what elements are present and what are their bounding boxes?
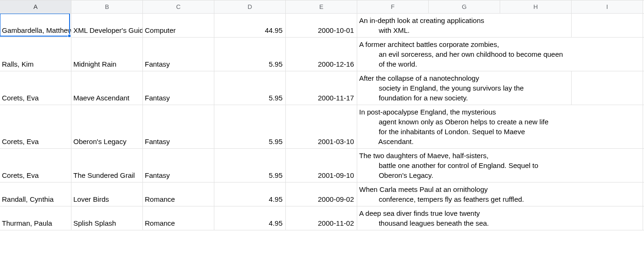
cell-title[interactable]: Maeve Ascendant [71, 71, 143, 105]
column-header-g[interactable]: G [429, 0, 500, 13]
cell-genre[interactable]: Romance [143, 206, 214, 230]
cell-empty[interactable] [500, 14, 572, 37]
cell-desc[interactable]: A former architect battles corporate zom… [357, 38, 429, 71]
cell-date[interactable]: 2000-10-01 [286, 14, 357, 37]
column-header-b[interactable]: B [71, 0, 143, 13]
cell-empty[interactable] [572, 206, 643, 230]
cell-desc[interactable]: In post-apocalypse England, the mysterio… [357, 105, 429, 148]
cell-price[interactable]: 4.95 [214, 183, 286, 206]
cell-author[interactable]: Corets, Eva [0, 149, 71, 182]
column-header-f[interactable]: F [357, 0, 429, 13]
cell-empty[interactable] [572, 149, 643, 182]
spreadsheet[interactable]: A B C D E F G H I Gambardella, Matthew X… [0, 0, 644, 259]
cell-title[interactable]: Lover Birds [71, 183, 143, 206]
cell-date[interactable]: 2001-03-10 [286, 105, 357, 148]
cell-author[interactable]: Corets, Eva [0, 71, 71, 105]
cell-desc[interactable]: When Carla meets Paul at an ornithology … [357, 183, 429, 206]
cell-author[interactable]: Gambardella, Matthew [0, 14, 71, 37]
table-row: Corets, Eva Maeve Ascendant Fantasy 5.95… [0, 71, 644, 105]
cell-author[interactable]: Ralls, Kim [0, 38, 71, 71]
cell-price[interactable]: 44.95 [214, 14, 286, 37]
cell-empty[interactable] [572, 14, 643, 37]
cell-date[interactable]: 2000-09-02 [286, 183, 357, 206]
column-header-h[interactable]: H [500, 0, 572, 13]
cell-empty[interactable] [572, 105, 643, 148]
cell-genre[interactable]: Romance [143, 183, 214, 206]
cell-date[interactable]: 2000-12-16 [286, 38, 357, 71]
column-header-a[interactable]: A [0, 0, 71, 13]
cell-author[interactable]: Randall, Cynthia [0, 183, 71, 206]
cell-title[interactable]: Splish Splash [71, 206, 143, 230]
column-header-c[interactable]: C [143, 0, 214, 13]
cell-empty[interactable] [572, 71, 643, 105]
cell-genre[interactable]: Computer [143, 14, 214, 37]
cell-empty[interactable] [572, 38, 643, 71]
cell-genre[interactable]: Fantasy [143, 38, 214, 71]
cell-genre[interactable]: Fantasy [143, 71, 214, 105]
column-header-row: A B C D E F G H I [0, 0, 644, 14]
cell-genre[interactable]: Fantasy [143, 105, 214, 148]
cell-price[interactable]: 5.95 [214, 38, 286, 71]
table-row: Corets, Eva The Sundered Grail Fantasy 5… [0, 149, 644, 183]
cell-date[interactable]: 2000-11-02 [286, 206, 357, 230]
column-header-i[interactable]: I [572, 0, 643, 13]
cell-price[interactable]: 5.95 [214, 105, 286, 148]
cell-title[interactable]: XML Developer's Guide [71, 14, 143, 37]
cell-empty[interactable] [572, 183, 643, 206]
cell-title[interactable]: Oberon's Legacy [71, 105, 143, 148]
table-row: Ralls, Kim Midnight Rain Fantasy 5.95 20… [0, 38, 644, 71]
cell-author[interactable]: Corets, Eva [0, 105, 71, 148]
table-row: Corets, Eva Oberon's Legacy Fantasy 5.95… [0, 105, 644, 149]
column-header-d[interactable]: D [214, 0, 286, 13]
cell-price[interactable]: 5.95 [214, 71, 286, 105]
cell-desc[interactable]: After the collapse of a nanotechnology s… [357, 71, 429, 105]
cell-date[interactable]: 2000-11-17 [286, 71, 357, 105]
cell-author[interactable]: Thurman, Paula [0, 206, 71, 230]
cell-genre[interactable]: Fantasy [143, 149, 214, 182]
table-row: Gambardella, Matthew XML Developer's Gui… [0, 14, 644, 38]
table-row: Thurman, Paula Splish Splash Romance 4.9… [0, 206, 644, 230]
column-header-e[interactable]: E [286, 0, 357, 13]
cell-title[interactable]: Midnight Rain [71, 38, 143, 71]
cell-title[interactable]: The Sundered Grail [71, 149, 143, 182]
cell-date[interactable]: 2001-09-10 [286, 149, 357, 182]
grid[interactable]: Gambardella, Matthew XML Developer's Gui… [0, 14, 644, 259]
cell-desc[interactable]: A deep sea diver finds true love twenty … [357, 206, 429, 230]
cell-price[interactable]: 5.95 [214, 149, 286, 182]
cell-price[interactable]: 4.95 [214, 206, 286, 230]
cell-desc[interactable]: An in-depth look at creating application… [357, 14, 429, 37]
cell-empty[interactable] [500, 206, 572, 230]
table-row: Randall, Cynthia Lover Birds Romance 4.9… [0, 183, 644, 206]
cell-desc[interactable]: The two daughters of Maeve, half-sisters… [357, 149, 429, 182]
